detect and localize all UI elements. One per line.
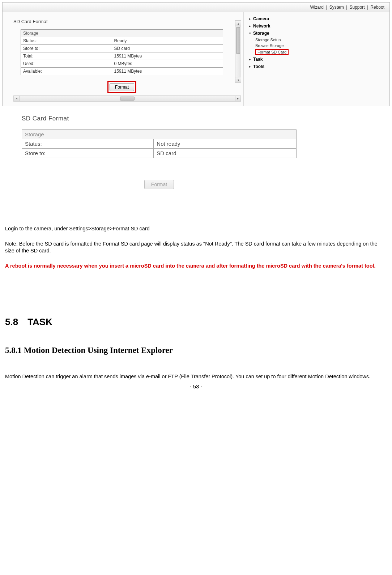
caret-right-icon: ▸	[248, 65, 252, 68]
menu-wizard[interactable]: Wizard	[310, 5, 323, 10]
table-row: Store to: SD card	[21, 45, 223, 52]
panel-title: SD Card Format	[13, 19, 241, 24]
scroll-right-arrow-icon[interactable]: ▸	[235, 96, 241, 101]
row-key: Status:	[21, 37, 112, 45]
nav-item-task[interactable]: ▸ Task	[247, 56, 386, 63]
nav-item-storage[interactable]: ▾ Storage	[247, 30, 386, 37]
menu-system[interactable]: System	[329, 5, 344, 10]
menu-separator: |	[345, 5, 348, 10]
table-header: Storage	[22, 130, 297, 139]
row-key: Total:	[21, 52, 112, 60]
menu-separator: |	[366, 5, 369, 10]
row-value: SD card	[154, 149, 297, 158]
paragraph: Login to the camera, under Settings>Stor…	[5, 225, 387, 233]
horizontal-scrollbar[interactable]: ◂ ▸	[13, 95, 241, 102]
row-value: 0 MBytes	[112, 60, 223, 68]
nav-sub-browse-storage[interactable]: Browse Storage	[255, 43, 386, 48]
caret-right-icon: ▸	[248, 17, 252, 21]
menu-reboot[interactable]: Reboot	[370, 5, 384, 10]
panel-title: SD Card Format	[22, 115, 378, 122]
top-menu-bar: Wizard | System | Support | Reboot	[3, 3, 389, 12]
row-value: Ready	[112, 37, 223, 45]
table-row: Available: 15911 MBytes	[21, 68, 223, 75]
nav-item-camera[interactable]: ▸ Camera	[247, 15, 386, 22]
nav-label: Storage	[252, 31, 269, 36]
menu-support[interactable]: Support	[349, 5, 365, 10]
caret-right-icon: ▸	[248, 24, 252, 28]
heading-5-8-1: 5.8.1 Motion Detection Using Internet Ex…	[5, 346, 387, 355]
scroll-thumb[interactable]	[120, 97, 135, 101]
nav-sub-storage-setup[interactable]: Storage Setup	[255, 37, 386, 43]
table-row: Used: 0 MBytes	[21, 60, 223, 68]
table-header: Storage	[21, 30, 223, 37]
nav-item-network[interactable]: ▸ Network	[247, 22, 386, 30]
table-row: Store to: SD card	[22, 149, 297, 158]
page-number: - 53 -	[0, 383, 392, 389]
scroll-down-arrow-icon[interactable]: ▾	[235, 77, 241, 83]
table-row: Status: Ready	[21, 37, 223, 45]
paragraph: Motion Detection can trigger an alarm th…	[5, 373, 387, 380]
row-value: Not ready	[154, 139, 297, 149]
scroll-left-arrow-icon[interactable]: ◂	[14, 96, 20, 101]
caret-right-icon: ▸	[248, 57, 252, 61]
caret-down-icon: ▾	[248, 31, 252, 35]
storage-table: Storage Status: Ready Store to: SD card …	[21, 29, 223, 75]
nav-label: Network	[252, 24, 270, 29]
menu-separator: |	[325, 5, 328, 10]
nav-label: Tools	[252, 64, 264, 69]
nav-sub-format-sd[interactable]: Format SD Card	[255, 48, 386, 56]
warning-paragraph: A reboot is normally necessary when you …	[5, 263, 387, 270]
document-body: Login to the camera, under Settings>Stor…	[5, 225, 387, 269]
row-key: Store to:	[21, 45, 112, 52]
camera-settings-window: Wizard | System | Support | Reboot SD Ca…	[2, 2, 390, 106]
format-sd-highlight: Format SD Card	[255, 49, 289, 55]
heading-5-8: 5.8 TASK	[5, 316, 387, 328]
row-key: Status:	[22, 139, 154, 149]
storage-table: Storage Status: Not ready Store to: SD c…	[22, 129, 297, 158]
format-button[interactable]: Format	[110, 83, 134, 91]
row-key: Used:	[21, 60, 112, 68]
table-row: Total: 15911 MBytes	[21, 52, 223, 60]
nav-label: Task	[252, 57, 263, 62]
table-row: Status: Not ready	[22, 139, 297, 149]
scroll-thumb[interactable]	[236, 27, 240, 54]
nav-item-tools[interactable]: ▸ Tools	[247, 63, 386, 70]
format-button-disabled: Format	[144, 180, 174, 189]
row-key: Available:	[21, 68, 112, 75]
scroll-up-arrow-icon[interactable]: ▴	[235, 21, 241, 26]
paragraph: Note: Before the SD card is formatted th…	[5, 240, 387, 255]
row-key: Store to:	[22, 149, 154, 158]
sdcard-format-notready-panel: SD Card Format Storage Status: Not ready…	[22, 115, 378, 189]
vertical-scrollbar[interactable]: ▴ ▾	[235, 20, 241, 83]
row-value: 15911 MBytes	[112, 68, 223, 75]
row-value: 15911 MBytes	[112, 52, 223, 60]
settings-side-nav: ▸ Camera ▸ Network ▾ Storage Storage Set…	[243, 12, 389, 106]
nav-label: Camera	[252, 16, 269, 21]
format-button-highlight: Format	[107, 81, 136, 93]
row-value: SD card	[112, 45, 223, 52]
